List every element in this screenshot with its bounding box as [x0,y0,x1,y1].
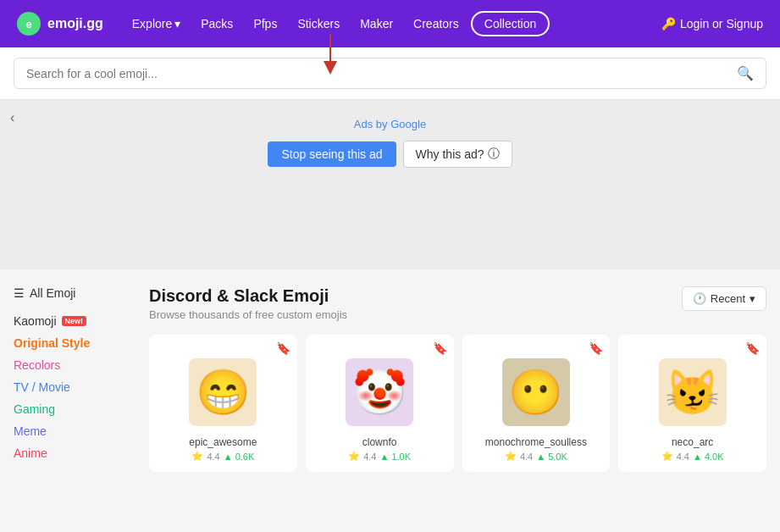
nav-stickers[interactable]: Stickers [289,12,348,36]
page-title: Discord & Slack Emoji [149,286,347,306]
ad-back-button[interactable]: ‹ [10,110,14,125]
emoji-cards-grid: 🔖 😁 epic_awesome ⭐ 4.4 ▲ 0.6K 🔖 🤡 clownf… [149,335,766,472]
chevron-down-icon: ▾ [750,292,755,305]
nav-pfps[interactable]: Pfps [245,12,285,36]
nav-links: Explore ▾ Packs Pfps Stickers Maker Crea… [124,11,661,36]
emoji-card[interactable]: 🔖 😁 epic_awesome ⭐ 4.4 ▲ 0.6K [149,335,297,472]
sidebar-item-original-style[interactable]: Original Style [14,332,132,354]
download-count: ▲ 5.0K [536,452,567,462]
login-link[interactable]: 🔑 Login or Signup [661,17,763,30]
emoji-image: 😼 [659,358,727,426]
emoji-grid-header: Discord & Slack Emoji Browse thousands o… [149,286,766,321]
rating-value: 4.4 [363,452,376,462]
emoji-name: neco_arc [672,436,713,448]
nav-packs[interactable]: Packs [192,12,241,36]
star-icon: ⭐ [661,451,673,462]
main-content: ☰ All Emoji Kaomoji New! Original Style … [0,269,780,489]
clock-icon: 🕐 [693,292,706,305]
download-count: ▲ 0.6K [224,452,255,462]
bookmark-icon[interactable]: 🔖 [433,341,447,355]
emoji-stats: ⭐ 4.4 ▲ 1.0K [348,451,411,462]
emoji-card[interactable]: 🔖 🤡 clownfo ⭐ 4.4 ▲ 1.0K [306,335,454,472]
why-this-ad-button[interactable]: Why this ad? ⓘ [403,141,512,168]
ads-by-google: Ads by Google [354,118,426,130]
star-icon: ⭐ [505,451,517,462]
search-icon: 🔍 [737,66,754,80]
emoji-name: epic_awesome [189,436,257,448]
emoji-stats: ⭐ 4.4 ▲ 4.0K [661,451,724,462]
page-subtitle: Browse thousands of free custom emojis [149,308,347,321]
recent-sort-button[interactable]: 🕐 Recent ▾ [682,286,766,311]
info-icon: ⓘ [488,147,500,162]
download-count: ▲ 1.0K [379,452,411,462]
bookmark-icon[interactable]: 🔖 [589,341,603,355]
rating-value: 4.4 [677,452,689,462]
emoji-name: monochrome_soulless [485,436,587,448]
emoji-card[interactable]: 🔖 😶 monochrome_soulless ⭐ 4.4 ▲ 5.0K [462,335,611,472]
stop-seeing-ad-button[interactable]: Stop seeing this ad [268,141,396,167]
search-button[interactable]: 🔍 [737,65,754,81]
sidebar-item-meme[interactable]: Meme [14,420,132,442]
sidebar-all-emoji[interactable]: ☰ All Emoji [14,286,132,300]
user-icon: 🔑 [661,17,676,30]
sidebar-item-anime[interactable]: Anime [14,442,132,464]
collection-button[interactable]: Collection [471,11,550,36]
sidebar: ☰ All Emoji Kaomoji New! Original Style … [14,286,132,472]
rating-value: 4.4 [520,452,533,462]
logo-link[interactable]: e emoji.gg [17,12,103,36]
new-badge: New! [62,316,87,326]
ad-buttons: Stop seeing this ad Why this ad? ⓘ [268,141,512,168]
emoji-image: 😶 [502,358,570,426]
back-icon: ‹ [10,110,14,125]
search-bar: 🔍 [14,58,766,89]
emoji-grid-area: Discord & Slack Emoji Browse thousands o… [149,286,766,472]
bookmark-icon[interactable]: 🔖 [745,341,760,355]
logo-icon: e [17,12,41,36]
emoji-stats: ⭐ 4.4 ▲ 0.6K [191,451,254,462]
emoji-image: 😁 [189,358,257,426]
emoji-stats: ⭐ 4.4 ▲ 5.0K [505,451,567,462]
sidebar-item-gaming[interactable]: Gaming [14,398,132,420]
emoji-grid-title-area: Discord & Slack Emoji Browse thousands o… [149,286,347,321]
emoji-image: 🤡 [346,358,413,426]
header-right: 🔑 Login or Signup [661,17,763,30]
star-icon: ⭐ [348,451,360,462]
rating-value: 4.4 [207,452,219,462]
logo-text: emoji.gg [47,16,103,31]
download-count: ▲ 4.0K [693,452,724,462]
bookmark-icon[interactable]: 🔖 [276,341,290,355]
nav-creators[interactable]: Creators [405,12,467,36]
ad-area: ‹ Ads by Google Stop seeing this ad Why … [0,100,780,269]
sidebar-item-tv-movie[interactable]: TV / Movie [14,376,132,398]
menu-icon: ☰ [14,286,25,300]
ad-content-space [17,168,763,252]
emoji-name: clownfo [362,436,397,448]
nav-explore[interactable]: Explore ▾ [124,12,189,36]
star-icon: ⭐ [191,451,203,462]
chevron-down-icon: ▾ [174,17,180,30]
search-bar-wrapper: 🔍 [0,47,780,100]
emoji-card[interactable]: 🔖 😼 neco_arc ⭐ 4.4 ▲ 4.0K [618,335,766,472]
header: e emoji.gg Explore ▾ Packs Pfps Stickers… [0,0,780,47]
search-input[interactable] [26,67,730,80]
sidebar-item-kaomoji[interactable]: Kaomoji New! [14,310,132,332]
sidebar-item-recolors[interactable]: Recolors [14,354,132,376]
nav-maker[interactable]: Maker [351,12,401,36]
